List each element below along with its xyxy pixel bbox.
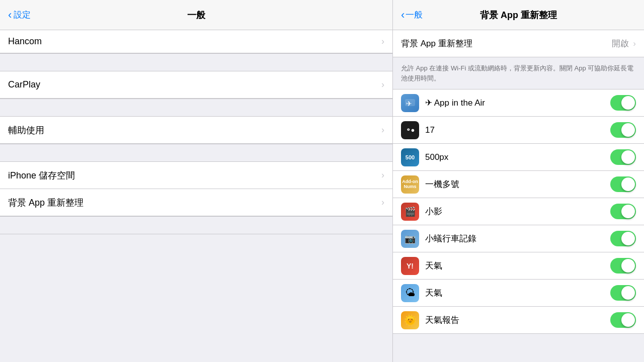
toggle-yiji[interactable]: [610, 176, 636, 192]
app-in-air-icon-svg: ✈: [404, 97, 416, 109]
item-label: 背景 App 重新整理: [8, 197, 84, 209]
app-icon-17: ⚬●: [401, 121, 419, 139]
app-row-tianqi: 🌤 天氣: [393, 280, 644, 307]
settings-back-label: 設定: [14, 9, 31, 21]
right-panel: ‹ 一般 背景 App 重新整理 背景 App 重新整理 開啟 › 允許 App…: [392, 0, 644, 362]
toggle-app-in-air[interactable]: [610, 95, 636, 111]
item-label: Hancom: [8, 36, 42, 47]
app-row-500px: 500 500px: [393, 144, 644, 171]
list-item-iphone-storage[interactable]: iPhone 儲存空間 ›: [0, 162, 392, 189]
list-item[interactable]: Hancom ›: [0, 30, 392, 53]
toggle-tianqi-yahoo[interactable]: [610, 258, 636, 274]
app-icon-yiji-text: Add-onNums: [402, 179, 418, 190]
chevron-left-icon: ‹: [8, 9, 12, 22]
right-content: 背景 App 重新整理 開啟 › 允許 App 在連接 Wi-Fi 或流動網絡時…: [393, 30, 644, 362]
chevron-right-icon: ›: [381, 170, 384, 180]
toggle-tianqi[interactable]: [610, 285, 636, 301]
toggle-500px[interactable]: [610, 149, 636, 165]
settings-back-button[interactable]: ‹ 設定: [8, 9, 31, 22]
right-page-title: 背景 App 重新整理: [480, 9, 557, 21]
chevron-right-icon: ›: [633, 39, 636, 49]
app-name-xiaoying: 小影: [425, 206, 604, 217]
chevron-right-icon: ›: [381, 125, 384, 135]
description-text: 允許 App 在連接 Wi-Fi 或流動網絡時，背景更新內容。關閉 App 可協…: [401, 63, 636, 83]
chevron-right-icon: ›: [381, 36, 384, 47]
app-name-tianqi: 天氣: [425, 287, 604, 299]
section-gap: [0, 53, 392, 71]
list-item-bg-app-refresh[interactable]: 背景 App 重新整理 ›: [0, 189, 392, 216]
toggle-xiaoyi[interactable]: [610, 231, 636, 246]
section-gap: [0, 99, 392, 117]
app-name-17: 17: [425, 125, 604, 135]
app-name-yiji: 一機多號: [425, 178, 604, 190]
left-panel: ‹ 設定 一般 Hancom › CarPlay › 輔助使用 › iPhone…: [0, 0, 392, 362]
general-back-button[interactable]: ‹ 一般: [401, 9, 423, 22]
app-icon-xiaoyi-text: 📷: [405, 233, 416, 244]
app-name-xiaoyi: 小蟻行車記錄: [425, 233, 604, 244]
app-row-tianqi-yahoo: Y! 天氣: [393, 252, 644, 280]
app-name-tianqi-yahoo: 天氣: [425, 260, 604, 272]
main-toggle-value-area: 開啟 ›: [612, 38, 636, 49]
app-row-17: ⚬● 17: [393, 117, 644, 144]
svg-text:✈: ✈: [406, 100, 412, 108]
left-page-title: 一般: [187, 9, 205, 21]
section-gap: [0, 144, 392, 162]
app-icon-17-text: ⚬●: [406, 126, 415, 134]
app-icon-tianqi-yahoo: Y!: [401, 257, 419, 275]
toggle-xiaoying[interactable]: [610, 204, 636, 219]
app-icon-tianqi-report: 🌞: [401, 311, 419, 329]
description-block: 允許 App 在連接 Wi-Fi 或流動網絡時，背景更新內容。關閉 App 可協…: [393, 57, 644, 89]
item-label: iPhone 儲存空間: [8, 169, 75, 182]
chevron-right-icon: ›: [381, 197, 384, 208]
right-header: ‹ 一般 背景 App 重新整理: [393, 0, 644, 30]
general-back-label: 一般: [406, 9, 423, 21]
section-gap-bottom: [0, 216, 392, 234]
app-icon-yiji: Add-onNums: [401, 175, 419, 194]
app-name-500px: 500px: [425, 152, 604, 162]
app-row-xiaoying: 🎬 小影: [393, 198, 644, 225]
item-label: 輔助使用: [8, 124, 44, 136]
list-item-carplay[interactable]: CarPlay ›: [0, 71, 392, 99]
app-icon-xiaoyi: 📷: [401, 230, 419, 248]
app-row-xiaoyi: 📷 小蟻行車記錄: [393, 225, 644, 252]
chevron-left-icon: ‹: [401, 9, 405, 22]
app-row-app-in-air: ✈ ✈ App in the Air: [393, 89, 644, 117]
app-icon-tianqi-text: 🌤: [405, 287, 415, 299]
chevron-right-icon: ›: [381, 79, 384, 90]
main-toggle-label: 背景 App 重新整理: [401, 38, 472, 49]
app-icon-app-in-air: ✈: [401, 94, 419, 112]
left-header: ‹ 設定 一般: [0, 0, 392, 30]
list-item-accessibility[interactable]: 輔助使用 ›: [0, 117, 392, 144]
app-icon-500px-text: 500: [406, 154, 415, 160]
left-content: Hancom › CarPlay › 輔助使用 › iPhone 儲存空間 › …: [0, 30, 392, 362]
app-icon-yahoo-text: Y!: [407, 262, 414, 270]
app-name-app-in-air: ✈ App in the Air: [425, 98, 604, 108]
app-icon-tianqi: 🌤: [401, 284, 419, 302]
app-icon-500px: 500: [401, 148, 419, 166]
main-toggle-row: 背景 App 重新整理 開啟 ›: [393, 30, 644, 57]
app-row-tianqi-report: 🌞 天氣報告: [393, 307, 644, 334]
app-name-tianqi-report: 天氣報告: [425, 314, 604, 326]
app-row-yiji: Add-onNums 一機多號: [393, 171, 644, 198]
toggle-tianqi-report[interactable]: [610, 312, 636, 328]
app-icon-tianqi-report-text: 🌞: [404, 314, 417, 326]
main-toggle-value: 開啟: [612, 38, 629, 49]
app-icon-xiaoying: 🎬: [401, 203, 419, 221]
app-icon-xiaoying-text: 🎬: [405, 206, 416, 217]
item-label: CarPlay: [8, 79, 40, 90]
toggle-17[interactable]: [610, 122, 636, 138]
